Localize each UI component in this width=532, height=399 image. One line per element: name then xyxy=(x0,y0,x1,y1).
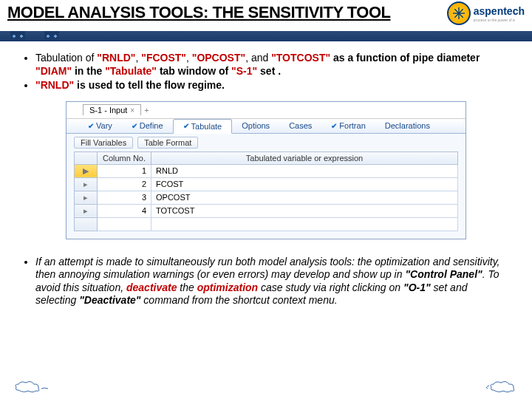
text: set . xyxy=(257,65,281,77)
tab-label: Fortran xyxy=(339,121,365,130)
main-tabs: ✔Vary ✔Define ✔Tabulate Options Cases ✔F… xyxy=(66,119,466,134)
keyword: "DIAM" xyxy=(35,65,72,77)
cloud-icon xyxy=(15,380,59,392)
tab-cases[interactable]: Cases xyxy=(279,119,321,133)
text: as a function of pipe diameter xyxy=(330,52,480,64)
check-icon: ✔ xyxy=(88,122,94,130)
sub-toolbar: Fill Variables Table Format xyxy=(66,134,466,151)
data-table: Column No. Tabulated variable or express… xyxy=(74,151,458,231)
text: , and xyxy=(245,52,271,64)
keyword: "RNLD" xyxy=(97,52,135,64)
row-handle[interactable]: ▸ xyxy=(75,177,98,191)
content-area: Tabulation of "RNLD", "FCOST", "OPCOST",… xyxy=(0,41,532,239)
row-handle[interactable]: ▸ xyxy=(75,204,98,217)
tab-label: Vary xyxy=(96,121,112,130)
tab-define[interactable]: ✔Define xyxy=(122,119,173,133)
text: case study via right clicking on xyxy=(258,282,403,293)
cell-value[interactable]: RNLD xyxy=(151,164,458,177)
tab-label: Define xyxy=(140,121,163,130)
keyword: "Deactivate" xyxy=(79,294,140,306)
table-row[interactable]: ▶ 1 RNLD xyxy=(75,164,458,177)
window-tab[interactable]: S-1 - Input × xyxy=(83,104,141,115)
text: is used to tell the flow regime. xyxy=(74,79,225,91)
table-format-button[interactable]: Table Format xyxy=(137,137,198,149)
add-tab-button[interactable]: + xyxy=(144,106,149,115)
row-handle[interactable] xyxy=(75,217,98,231)
bullet-list-top: Tabulation of "RNLD", "FCOST", "OPCOST",… xyxy=(22,52,510,92)
cell-value[interactable]: FCOST xyxy=(151,177,458,191)
keyword: "TOTCOST" xyxy=(271,52,330,64)
svg-line-5 xyxy=(454,13,459,18)
cell-num[interactable]: 1 xyxy=(98,164,151,177)
bottom-notes: If an attempt is made to simultaneously … xyxy=(0,245,532,307)
table-row[interactable]: ▸ 2 FCOST xyxy=(75,177,458,191)
svg-line-7 xyxy=(454,9,459,13)
tab-vary[interactable]: ✔Vary xyxy=(78,119,122,133)
decorative-footer xyxy=(0,380,532,395)
decorative-ribbon xyxy=(0,31,532,41)
text: tab window of xyxy=(157,65,231,77)
tab-options[interactable]: Options xyxy=(232,119,279,133)
check-icon: ✔ xyxy=(183,122,189,130)
tab-label: Cases xyxy=(289,121,312,130)
bullet-1: Tabulation of "RNLD", "FCOST", "OPCOST",… xyxy=(35,52,510,78)
text: command from the shortcut context menu. xyxy=(140,294,337,306)
cell-value[interactable] xyxy=(151,217,458,231)
corner-cell xyxy=(75,151,98,164)
cell-value[interactable]: OPCOST xyxy=(151,191,458,204)
row-handle[interactable]: ▸ xyxy=(75,191,98,204)
check-icon: ✔ xyxy=(331,122,337,130)
bullet-2: "RNLD" is used to tell the flow regime. xyxy=(35,79,510,92)
table-row-empty[interactable] xyxy=(75,217,458,231)
cell-value[interactable]: TOTCOST xyxy=(151,204,458,217)
tab-label: Declarations xyxy=(385,121,430,130)
svg-line-1 xyxy=(459,9,463,13)
tab-label: Options xyxy=(242,121,270,130)
keyword: "Control Panel" xyxy=(405,268,482,280)
table-row[interactable]: ▸ 3 OPCOST xyxy=(75,191,458,204)
tab-label: S-1 - Input xyxy=(89,106,127,115)
keyword: optimization xyxy=(197,282,258,293)
cloud-icon xyxy=(473,380,517,392)
col-header-number[interactable]: Column No. xyxy=(98,151,151,164)
row-handle[interactable]: ▶ xyxy=(75,164,98,177)
text: the xyxy=(177,282,197,293)
cell-num[interactable] xyxy=(98,217,151,231)
logo-tagline: process to the power of e xyxy=(474,18,525,22)
cell-num[interactable]: 2 xyxy=(98,177,151,191)
brand-logo: aspentech process to the power of e xyxy=(447,1,525,25)
fill-variables-button[interactable]: Fill Variables xyxy=(74,137,133,149)
cell-num[interactable]: 3 xyxy=(98,191,151,204)
keyword: "OPCOST" xyxy=(192,52,245,64)
keyword: "Tabulate" xyxy=(105,65,157,77)
keyword: deactivate xyxy=(126,282,177,293)
logo-icon xyxy=(447,1,471,25)
cell-num[interactable]: 4 xyxy=(98,204,151,217)
text: Tabulation of xyxy=(35,52,97,64)
table-row[interactable]: ▸ 4 TOTCOST xyxy=(75,204,458,217)
text: in the xyxy=(72,65,105,77)
keyword: "FCOST" xyxy=(141,52,186,64)
close-icon[interactable]: × xyxy=(130,106,134,115)
col-header-expression[interactable]: Tabulated variable or expression xyxy=(151,151,458,164)
keyword: "O-1" xyxy=(403,282,431,293)
app-screenshot: S-1 - Input × + ✔Vary ✔Define ✔Tabulate … xyxy=(66,101,466,239)
keyword: "S-1" xyxy=(231,65,257,77)
check-icon: ✔ xyxy=(132,122,137,130)
window-tabbar: S-1 - Input × + xyxy=(66,102,466,119)
logo-text: aspentech xyxy=(474,5,525,17)
bullet-bottom: If an attempt is made to simultaneously … xyxy=(35,256,510,307)
tab-declarations[interactable]: Declarations xyxy=(375,119,440,133)
tab-tabulate[interactable]: ✔Tabulate xyxy=(173,119,233,134)
text: , xyxy=(186,52,192,64)
tab-fortran[interactable]: ✔Fortran xyxy=(321,119,375,133)
svg-line-3 xyxy=(459,13,463,18)
page-title: MODEL ANALYSIS TOOLS: THE SENSITIVITY TO… xyxy=(7,3,390,21)
keyword: "RNLD" xyxy=(35,79,74,91)
tab-label: Tabulate xyxy=(191,122,222,131)
